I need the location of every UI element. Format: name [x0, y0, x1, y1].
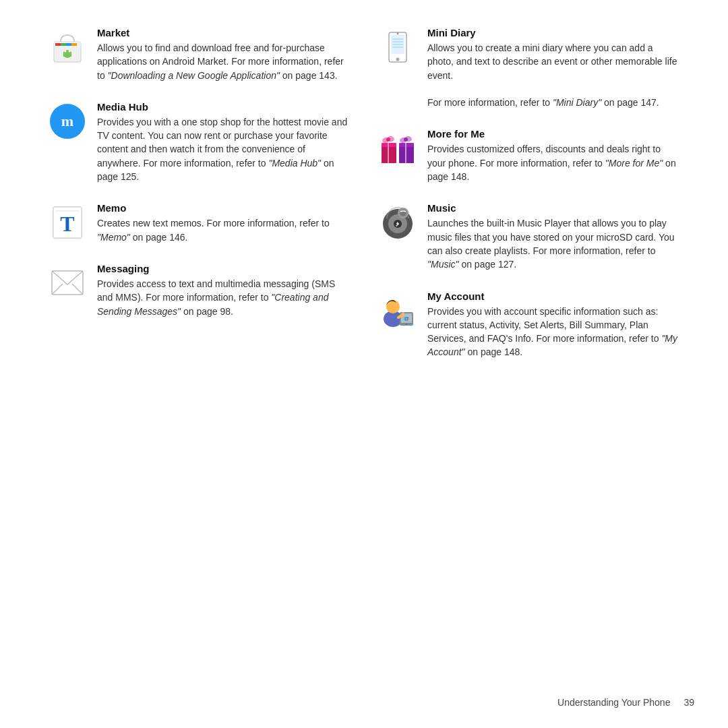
svg-point-35 — [404, 138, 408, 142]
messaging-icon-box — [47, 263, 88, 303]
messaging-body: Provides access to text and multimedia m… — [97, 277, 351, 318]
market-title: Market — [97, 27, 351, 38]
footer-section-title: Understanding Your Phone — [557, 697, 670, 708]
svg-rect-37 — [405, 143, 406, 163]
svg-text:♪: ♪ — [395, 219, 399, 229]
moreforme-icon — [380, 131, 415, 166]
svg-rect-36 — [388, 143, 389, 163]
svg-rect-5 — [71, 43, 77, 46]
minidiary-body: Allows you to create a mini diary where … — [427, 41, 681, 109]
mediahub-icon-box: m — [47, 101, 88, 142]
entry-mediahub: m Media Hub Provides you with a one stop… — [47, 101, 351, 183]
right-column: Mini Diary Allows you to create a mini d… — [364, 27, 694, 674]
svg-rect-4 — [66, 43, 71, 46]
market-icon-box — [47, 27, 88, 67]
svg-rect-3 — [61, 43, 66, 46]
myaccount-icon-box: @ — [377, 291, 418, 331]
music-body: Launches the built-in Music Player that … — [427, 216, 681, 271]
svg-point-8 — [65, 51, 67, 53]
messaging-title: Messaging — [97, 263, 351, 274]
music-icon-box: ♪ — [377, 202, 418, 243]
svg-point-19 — [396, 58, 400, 61]
minidiary-icon — [388, 30, 408, 65]
memo-icon-box: T — [47, 202, 88, 243]
minidiary-title: Mini Diary — [427, 27, 681, 38]
svg-text:@: @ — [404, 315, 409, 322]
messaging-text: Messaging Provides access to text and mu… — [97, 263, 351, 318]
entry-moreforme: More for Me Provides customized offers, … — [377, 128, 681, 183]
svg-text:T: T — [60, 212, 74, 236]
minidiary-icon-box — [377, 27, 418, 67]
svg-point-25 — [397, 32, 398, 34]
moreforme-body: Provides customized offers, discounts an… — [427, 142, 681, 183]
entry-minidiary: Mini Diary Allows you to create a mini d… — [377, 27, 681, 109]
left-column: Market Allows you to find and download f… — [34, 27, 364, 674]
moreforme-icon-box — [377, 128, 418, 169]
myaccount-text: My Account Provides you with account spe… — [427, 291, 681, 359]
entry-market: Market Allows you to find and download f… — [47, 27, 351, 82]
moreforme-title: More for Me — [427, 128, 681, 140]
svg-rect-2 — [55, 43, 61, 46]
entry-memo: T Memo Creates new text memos. For more … — [47, 202, 351, 244]
music-icon: ♪ — [380, 205, 415, 240]
memo-icon: T — [51, 206, 84, 239]
market-body: Allows you to find and download free and… — [97, 41, 351, 82]
svg-point-49 — [406, 324, 407, 325]
entry-music: ♪ Music Launches the built-in Music Play… — [377, 202, 681, 271]
myaccount-title: My Account — [427, 291, 681, 302]
myaccount-icon: @ — [380, 293, 417, 328]
svg-point-32 — [386, 138, 390, 142]
music-text: Music Launches the built-in Music Player… — [427, 202, 681, 271]
market-text: Market Allows you to find and download f… — [97, 27, 351, 82]
mediahub-body: Provides you with a one stop shop for th… — [97, 115, 351, 183]
footer: Understanding Your Phone 39 — [557, 697, 694, 708]
moreforme-text: More for Me Provides customized offers, … — [427, 128, 681, 183]
memo-title: Memo — [97, 202, 351, 214]
mediahub-text: Media Hub Provides you with a one stop s… — [97, 101, 351, 183]
memo-text: Memo Creates new text memos. For more in… — [97, 202, 351, 244]
mediahub-icon: m — [50, 104, 85, 139]
svg-rect-7 — [63, 52, 71, 57]
entry-myaccount: @ My Account Provides you with account s… — [377, 291, 681, 359]
messaging-icon — [51, 268, 84, 298]
market-icon — [50, 30, 85, 65]
myaccount-body: Provides you with account specific infor… — [427, 305, 681, 359]
page-content: Market Allows you to find and download f… — [0, 0, 728, 728]
mediahub-title: Media Hub — [97, 101, 351, 113]
svg-point-9 — [69, 51, 71, 53]
minidiary-text: Mini Diary Allows you to create a mini d… — [427, 27, 681, 109]
entry-messaging: Messaging Provides access to text and mu… — [47, 263, 351, 318]
footer-page-number: 39 — [684, 697, 694, 708]
memo-body: Creates new text memos. For more informa… — [97, 216, 351, 244]
music-title: Music — [427, 202, 681, 214]
